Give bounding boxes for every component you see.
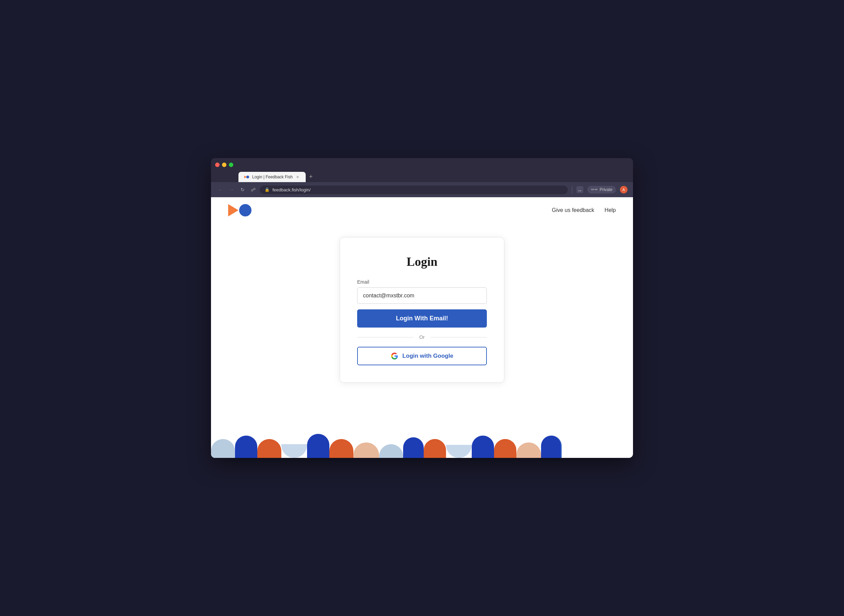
email-input[interactable] xyxy=(357,287,487,304)
url-text: feedback.fish/login/ xyxy=(272,187,311,192)
browser-window: Login | Feedback Fish ✕ + ← → ↻ ☍ 🔒 feed… xyxy=(211,158,633,458)
deco-shape-7 xyxy=(354,443,379,458)
deco-shape-11 xyxy=(446,445,472,458)
svg-point-1 xyxy=(247,176,249,178)
brave-shields-icon[interactable]: ⚋ xyxy=(576,186,583,193)
bottom-decoration xyxy=(211,430,633,458)
reload-button[interactable]: ↻ xyxy=(238,186,247,194)
lock-icon: 🔒 xyxy=(264,187,270,192)
private-mode-button[interactable]: ⚰⚰ Private xyxy=(587,186,616,194)
deco-shape-1 xyxy=(211,439,235,458)
deco-shape-9 xyxy=(403,437,424,458)
google-icon xyxy=(391,352,398,360)
logo[interactable] xyxy=(228,204,251,216)
url-bar[interactable]: 🔒 feedback.fish/login/ xyxy=(260,186,568,194)
svg-marker-0 xyxy=(244,176,247,178)
deco-shape-3 xyxy=(257,439,281,458)
deco-shape-5 xyxy=(307,434,329,458)
divider-line-right xyxy=(430,337,487,337)
title-bar xyxy=(211,158,633,171)
deco-shape-4 xyxy=(281,444,307,458)
login-title: Login xyxy=(357,255,487,269)
profile-avatar[interactable]: A xyxy=(620,186,628,194)
deco-shape-15 xyxy=(541,436,562,458)
deco-shape-13 xyxy=(494,439,516,458)
login-google-button[interactable]: Login with Google xyxy=(357,347,487,365)
tab-close-button[interactable]: ✕ xyxy=(295,175,300,179)
email-form-group: Email xyxy=(357,279,487,304)
email-label: Email xyxy=(357,279,487,285)
deco-shape-2 xyxy=(235,436,257,458)
maximize-button[interactable] xyxy=(229,163,233,167)
tab-title: Login | Feedback Fish xyxy=(252,175,293,179)
nav-links: Give us feedback Help xyxy=(552,207,616,213)
minimize-button[interactable] xyxy=(222,163,226,167)
divider-line-left xyxy=(357,337,414,337)
deco-shape-6 xyxy=(329,439,354,458)
logo-triangle xyxy=(228,204,238,216)
traffic-lights xyxy=(215,163,233,167)
forward-button[interactable]: → xyxy=(228,186,236,194)
page-content: Give us feedback Help Login Email Login … xyxy=(211,197,633,458)
tab-bar: Login | Feedback Fish ✕ + xyxy=(211,171,633,182)
deco-shape-10 xyxy=(424,439,446,458)
active-tab[interactable]: Login | Feedback Fish ✕ xyxy=(238,172,306,182)
logo-circle xyxy=(239,204,251,216)
deco-shape-12 xyxy=(472,436,494,458)
bookmark-button[interactable]: ☍ xyxy=(251,187,255,192)
login-container: Login Email Login With Email! Or xyxy=(211,223,633,396)
login-email-button[interactable]: Login With Email! xyxy=(357,309,487,327)
tab-favicon xyxy=(244,174,250,180)
address-bar: ← → ↻ ☍ 🔒 feedback.fish/login/ ⚋ ⚰⚰ Priv… xyxy=(211,182,633,197)
private-label: Private xyxy=(600,187,612,192)
deco-shape-8 xyxy=(379,444,403,458)
new-tab-button[interactable]: + xyxy=(306,171,316,182)
nav-buttons: ← → ↻ xyxy=(216,186,247,194)
site-nav: Give us feedback Help xyxy=(211,197,633,223)
deco-shape-14 xyxy=(516,443,541,458)
glasses-icon: ⚰⚰ xyxy=(591,187,597,192)
divider-text: Or xyxy=(419,334,425,340)
or-divider: Or xyxy=(357,334,487,340)
back-button[interactable]: ← xyxy=(216,186,225,194)
give-feedback-link[interactable]: Give us feedback xyxy=(552,207,594,213)
close-button[interactable] xyxy=(215,163,220,167)
login-card: Login Email Login With Email! Or xyxy=(340,237,504,383)
google-btn-label: Login with Google xyxy=(402,353,453,359)
help-link[interactable]: Help xyxy=(605,207,616,213)
